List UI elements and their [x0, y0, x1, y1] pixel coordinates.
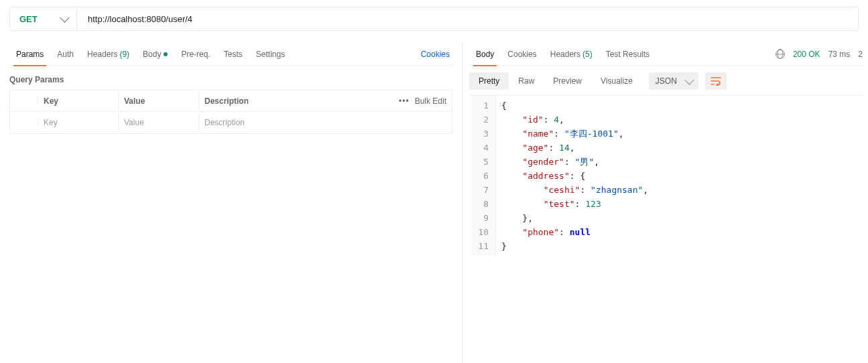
code-gutter: 1234567891011: [469, 96, 496, 256]
qp-key-input[interactable]: Key: [38, 114, 119, 131]
qp-value-header: Value: [119, 92, 199, 110]
tab-prereq-label: Pre-req.: [181, 50, 210, 59]
body-toolbar: Pretty Raw Preview Visualize JSON: [469, 66, 863, 95]
response-tabs: Body Cookies Headers (5) Test Results 20…: [469, 43, 863, 66]
url-input[interactable]: http://localhost:8080/user/4: [77, 7, 858, 30]
resp-tab-headers-label: Headers: [550, 50, 580, 59]
status-size: 2: [858, 50, 863, 59]
resp-tab-headers[interactable]: Headers (5): [544, 43, 599, 66]
response-panel: Body Cookies Headers (5) Test Results 20…: [462, 43, 868, 363]
qp-check-header: [10, 97, 38, 105]
request-bar: GET http://localhost:8080/user/4: [9, 7, 859, 31]
view-visualize-button[interactable]: Visualize: [591, 72, 642, 90]
view-pretty-button[interactable]: Pretty: [469, 72, 509, 90]
wrap-icon: [710, 76, 721, 86]
resp-tab-cookies-label: Cookies: [507, 50, 536, 59]
qp-key-header: Key: [38, 92, 119, 110]
query-params-table: Key Value Description ••• Bulk Edit Key …: [9, 90, 452, 134]
code-content[interactable]: { "id": 4, "name": "李四-1001", "age": 14,…: [496, 96, 654, 256]
table-row: Key Value Description: [10, 112, 452, 133]
tab-body-label: Body: [143, 50, 161, 59]
bulk-edit-link[interactable]: Bulk Edit: [415, 96, 446, 106]
query-params-title: Query Params: [9, 75, 452, 84]
body-active-dot-icon: [164, 52, 168, 56]
qp-desc-header: Description: [199, 92, 412, 110]
status-time: 73 ms: [828, 50, 851, 59]
tab-headers-count: (9): [119, 50, 129, 59]
chevron-down-icon: [60, 13, 69, 23]
view-preview-button[interactable]: Preview: [544, 72, 591, 90]
tab-auth-label: Auth: [57, 50, 74, 59]
cookies-link-label: Cookies: [421, 50, 450, 59]
tab-headers-label: Headers: [87, 50, 117, 59]
request-panel: Params Auth Headers (9) Body Pre-req. Te…: [0, 43, 462, 363]
tab-params-label: Params: [16, 50, 44, 59]
qp-desc-input[interactable]: Description: [199, 114, 452, 131]
status-code: 200 OK: [793, 50, 820, 59]
resp-tab-headers-count: (5): [582, 50, 593, 59]
resp-tab-body[interactable]: Body: [469, 43, 501, 66]
tab-auth[interactable]: Auth: [50, 43, 80, 66]
view-mode-segment: Pretty Raw Preview Visualize: [469, 72, 642, 90]
tab-tests[interactable]: Tests: [217, 43, 249, 66]
tab-settings[interactable]: Settings: [249, 43, 292, 66]
format-label: JSON: [656, 76, 677, 86]
tab-tests-label: Tests: [224, 50, 243, 59]
tab-body[interactable]: Body: [136, 43, 174, 66]
globe-icon[interactable]: [776, 50, 785, 59]
http-method-select[interactable]: GET: [10, 7, 77, 30]
resp-tab-body-label: Body: [476, 50, 494, 59]
tab-prereq[interactable]: Pre-req.: [174, 43, 216, 66]
wrap-lines-button[interactable]: [705, 72, 727, 90]
tab-headers[interactable]: Headers (9): [80, 43, 136, 66]
more-icon[interactable]: •••: [399, 96, 410, 106]
url-text: http://localhost:8080/user/4: [88, 14, 192, 24]
cookies-link[interactable]: Cookies: [418, 50, 452, 59]
tab-settings-label: Settings: [256, 50, 285, 59]
http-method-label: GET: [19, 14, 38, 24]
chevron-down-icon: [684, 76, 694, 85]
response-body-code: 1234567891011 { "id": 4, "name": "李四-100…: [469, 95, 863, 256]
resp-tab-test-results[interactable]: Test Results: [599, 43, 656, 66]
request-tabs: Params Auth Headers (9) Body Pre-req. Te…: [9, 43, 452, 66]
qp-value-input[interactable]: Value: [119, 114, 199, 131]
status-cluster: 200 OK 73 ms 2: [776, 50, 863, 59]
resp-tab-test-results-label: Test Results: [606, 50, 649, 59]
tab-params[interactable]: Params: [9, 43, 50, 66]
format-select[interactable]: JSON: [649, 72, 698, 90]
resp-tab-cookies[interactable]: Cookies: [501, 43, 543, 66]
qp-check-cell[interactable]: [10, 119, 38, 127]
view-raw-button[interactable]: Raw: [509, 72, 544, 90]
